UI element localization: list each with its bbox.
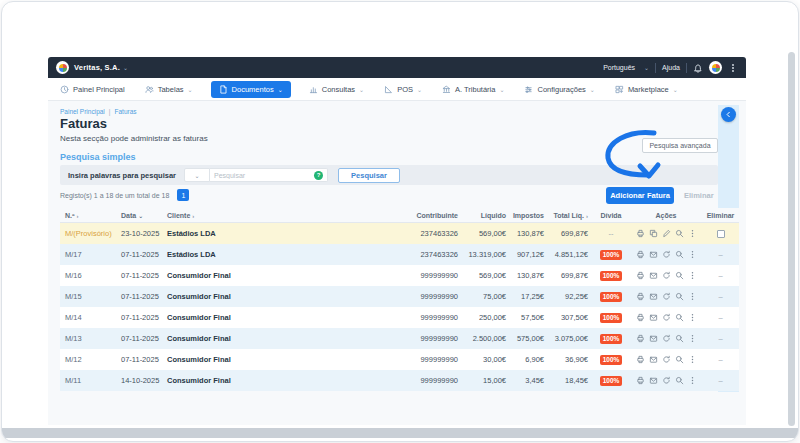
- search-icon[interactable]: [675, 376, 684, 385]
- print-icon[interactable]: [636, 250, 645, 259]
- refresh-icon[interactable]: [662, 334, 671, 343]
- search-icon[interactable]: [675, 334, 684, 343]
- nav-item-label: Consultas: [322, 85, 355, 94]
- print-icon[interactable]: [636, 271, 645, 280]
- dots-v-icon[interactable]: [688, 376, 697, 385]
- row-delete-cell: –: [702, 292, 739, 301]
- add-invoice-button[interactable]: Adicionar Fatura: [606, 187, 674, 204]
- mail-icon[interactable]: [649, 250, 658, 259]
- row-checkbox[interactable]: [717, 230, 725, 238]
- chevron-down-icon: ⌄: [188, 86, 193, 93]
- nav-item-pos[interactable]: POS⌄: [382, 81, 424, 98]
- nav-item-documentos[interactable]: Documentos⌄: [211, 81, 291, 98]
- bell-icon[interactable]: [693, 63, 703, 73]
- nav-item-marketplace[interactable]: Marketplace⌄: [613, 81, 680, 98]
- search-icon[interactable]: [675, 271, 684, 280]
- user-avatar[interactable]: [709, 61, 722, 74]
- dots-v-icon[interactable]: [688, 250, 697, 259]
- dots-v-icon[interactable]: [688, 313, 697, 322]
- sortable-icon: ›: [77, 213, 79, 219]
- nav-item-tabelas[interactable]: Tabelas⌄: [143, 81, 195, 98]
- search-icon[interactable]: [675, 250, 684, 259]
- nav-item-consultas[interactable]: Consultas⌄: [307, 81, 366, 98]
- row-actions: [630, 250, 702, 259]
- refresh-icon[interactable]: [662, 376, 671, 385]
- refresh-icon[interactable]: [662, 292, 671, 301]
- nav-item-painel-principal[interactable]: Painel Principal: [58, 81, 127, 98]
- sort-desc-icon: ⌄: [138, 213, 143, 219]
- search-icon[interactable]: [675, 292, 684, 301]
- mail-icon[interactable]: [649, 355, 658, 364]
- table-row[interactable]: M/1114-10-2025Consumidor Final9999999901…: [60, 370, 739, 391]
- invoice-number[interactable]: M/14: [60, 313, 116, 322]
- nav-item-label: Tabelas: [158, 85, 184, 94]
- table-row[interactable]: M/1307-11-2025Consumidor Final9999999902…: [60, 328, 739, 349]
- refresh-icon[interactable]: [662, 271, 671, 280]
- print-icon[interactable]: [636, 292, 645, 301]
- nav-item-configura-es[interactable]: Configurações⌄: [522, 81, 596, 98]
- mail-icon[interactable]: [649, 292, 658, 301]
- invoice-number[interactable]: M/16: [60, 271, 116, 280]
- nav-item-a-tribut-ria[interactable]: A. Tributária⌄: [440, 81, 506, 98]
- main-nav: Painel PrincipalTabelas⌄Documentos⌄Consu…: [48, 78, 746, 101]
- search-icon[interactable]: [675, 229, 684, 238]
- table-row[interactable]: M/1507-11-2025Consumidor Final9999999907…: [60, 286, 739, 307]
- mail-icon[interactable]: [649, 334, 658, 343]
- column-header-total-l-q-[interactable]: Total Líq.›: [548, 212, 592, 219]
- search-help-icon[interactable]: ?: [314, 171, 323, 180]
- breadcrumb-faturas[interactable]: Faturas: [115, 108, 137, 115]
- collapse-panel-button[interactable]: [721, 107, 736, 122]
- table-row[interactable]: M/(Provisório)23-10-2025Estádios LDA2374…: [60, 223, 739, 244]
- column-header-data[interactable]: Data⌄: [116, 212, 162, 219]
- print-icon[interactable]: [636, 313, 645, 322]
- print-icon[interactable]: [636, 229, 645, 238]
- dots-v-icon[interactable]: [688, 334, 697, 343]
- breadcrumb-painel-principal[interactable]: Painel Principal: [60, 108, 105, 115]
- pagination-page-1[interactable]: 1: [177, 189, 189, 201]
- search-input[interactable]: [214, 172, 314, 179]
- company-chevron-down-icon[interactable]: ⌄: [123, 64, 128, 71]
- print-icon[interactable]: [636, 376, 645, 385]
- print-icon[interactable]: [636, 355, 645, 364]
- dots-v-icon[interactable]: [688, 292, 697, 301]
- column-header-n-[interactable]: N.º›: [60, 212, 116, 219]
- dots-v-icon[interactable]: [688, 271, 697, 280]
- refresh-icon[interactable]: [662, 250, 671, 259]
- mail-icon[interactable]: [649, 313, 658, 322]
- delete-disabled-dash: –: [718, 355, 722, 364]
- invoice-number[interactable]: M/12: [60, 355, 116, 364]
- dots-v-icon[interactable]: [688, 229, 697, 238]
- print-icon[interactable]: [636, 334, 645, 343]
- invoice-date: 07-11-2025: [116, 355, 162, 364]
- table-row[interactable]: M/1607-11-2025Consumidor Final9999999905…: [60, 265, 739, 286]
- table-row[interactable]: M/1207-11-2025Consumidor Final9999999903…: [60, 349, 739, 370]
- dots-v-icon[interactable]: [688, 355, 697, 364]
- search-field-select[interactable]: ⌄: [184, 168, 210, 182]
- invoice-number[interactable]: M/15: [60, 292, 116, 301]
- language-selector[interactable]: Português: [603, 64, 635, 71]
- help-link[interactable]: Ajuda: [662, 64, 680, 71]
- pencil-icon[interactable]: [662, 229, 671, 238]
- window-scrollbar[interactable]: [788, 52, 795, 426]
- search-icon[interactable]: [675, 313, 684, 322]
- column-header-cliente[interactable]: Cliente›: [162, 212, 332, 219]
- search-icon[interactable]: [675, 355, 684, 364]
- table-row[interactable]: M/1407-11-2025Consumidor Final9999999902…: [60, 307, 739, 328]
- app-window: Veritas, S.A. ⌄ Português ⌄ Ajuda: [1, 1, 799, 442]
- delete-selected-button[interactable]: Eliminar: [684, 191, 714, 200]
- mail-icon[interactable]: [649, 376, 658, 385]
- invoice-number[interactable]: M/17: [60, 250, 116, 259]
- mail-icon[interactable]: [649, 271, 658, 280]
- invoice-number[interactable]: M/13: [60, 334, 116, 343]
- invoice-number[interactable]: M/11: [60, 376, 116, 385]
- search-button[interactable]: Pesquisar: [338, 168, 400, 183]
- refresh-icon[interactable]: [662, 313, 671, 322]
- copy-icon[interactable]: [649, 229, 658, 238]
- refresh-icon[interactable]: [662, 355, 671, 364]
- invoice-number[interactable]: M/(Provisório): [60, 229, 116, 238]
- table-row[interactable]: M/1707-11-2025Estádios LDA23746332613.31…: [60, 244, 739, 265]
- document-icon: [219, 85, 228, 94]
- company-name[interactable]: Veritas, S.A.: [74, 63, 120, 72]
- kebab-menu-icon[interactable]: [728, 63, 738, 73]
- language-chevron-down-icon[interactable]: ⌄: [644, 64, 649, 71]
